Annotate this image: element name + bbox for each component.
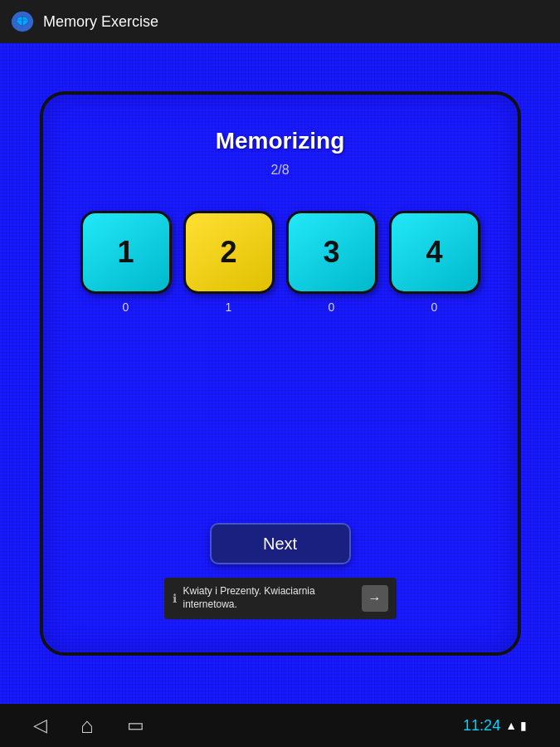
tile-wrapper-1: 1 0: [80, 211, 172, 314]
app-title: Memory Exercise: [43, 13, 158, 31]
tile-1[interactable]: 1: [80, 211, 172, 294]
progress-text: 2/8: [270, 163, 289, 178]
memorizing-title: Memorizing: [216, 128, 345, 154]
ad-banner[interactable]: ℹ Kwiaty i Prezenty. Kwiaciarnia interne…: [164, 578, 397, 619]
status-bar: 11:24 ▲ ▮: [463, 717, 527, 735]
tile-wrapper-2: 2 1: [183, 211, 275, 314]
ad-text: Kwiaty i Prezenty. Kwiaciarnia interneto…: [183, 585, 355, 611]
tile-1-value: 0: [123, 300, 129, 314]
card: Memorizing 2/8 1 0 2 1 3 0: [40, 91, 521, 656]
ad-info-icon: ℹ: [173, 592, 177, 605]
tile-wrapper-3: 3 0: [286, 211, 377, 314]
app-icon: [10, 9, 35, 34]
topbar: Memory Exercise: [0, 0, 560, 43]
tile-wrapper-4: 4 0: [389, 211, 480, 314]
tiles-row: 1 0 2 1 3 0 4 0: [80, 211, 480, 314]
wifi-icon: ▲: [505, 719, 517, 732]
tile-2[interactable]: 2: [183, 211, 275, 294]
next-button[interactable]: Next: [210, 523, 351, 564]
home-button[interactable]: ⌂: [80, 713, 94, 739]
main-content: Memorizing 2/8 1 0 2 1 3 0: [0, 43, 560, 704]
tile-4-value: 0: [431, 300, 438, 314]
ad-arrow-button[interactable]: →: [362, 585, 388, 612]
navbar: ◁ ⌂ ▭ 11:24 ▲ ▮: [0, 704, 560, 747]
back-button[interactable]: ◁: [33, 715, 47, 736]
battery-icon: ▮: [520, 719, 527, 732]
status-icons: ▲ ▮: [505, 719, 527, 732]
tile-3[interactable]: 3: [286, 211, 377, 294]
tile-3-value: 0: [329, 300, 335, 314]
tile-2-value: 1: [226, 300, 232, 314]
recent-button[interactable]: ▭: [127, 715, 144, 736]
tile-4[interactable]: 4: [389, 211, 480, 294]
clock-time: 11:24: [463, 717, 500, 735]
